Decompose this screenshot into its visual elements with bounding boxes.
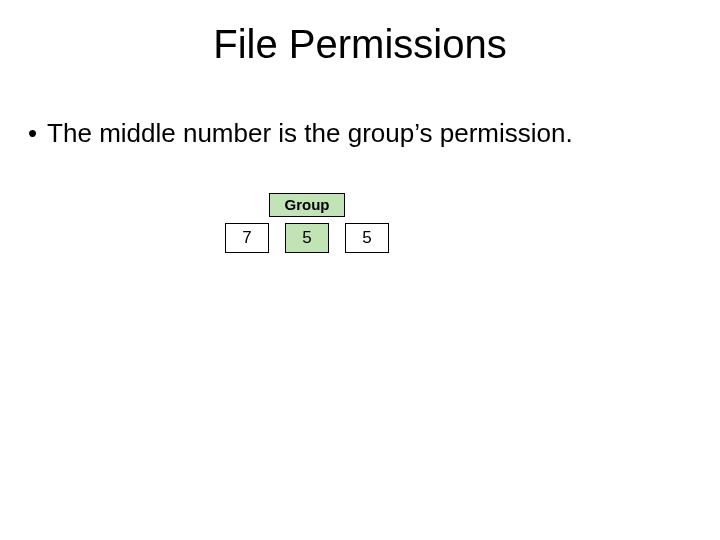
digit-other: 5 [345,223,389,253]
slide: File Permissions •The middle number is t… [0,0,720,540]
bullet-marker: • [28,118,37,149]
digit-group: 5 [285,223,329,253]
digit-owner: 7 [225,223,269,253]
bullet-text: The middle number is the group’s permiss… [47,118,573,148]
bullet-line: •The middle number is the group’s permis… [28,118,573,151]
group-label-box: Group [269,193,345,217]
slide-title: File Permissions [0,22,720,67]
